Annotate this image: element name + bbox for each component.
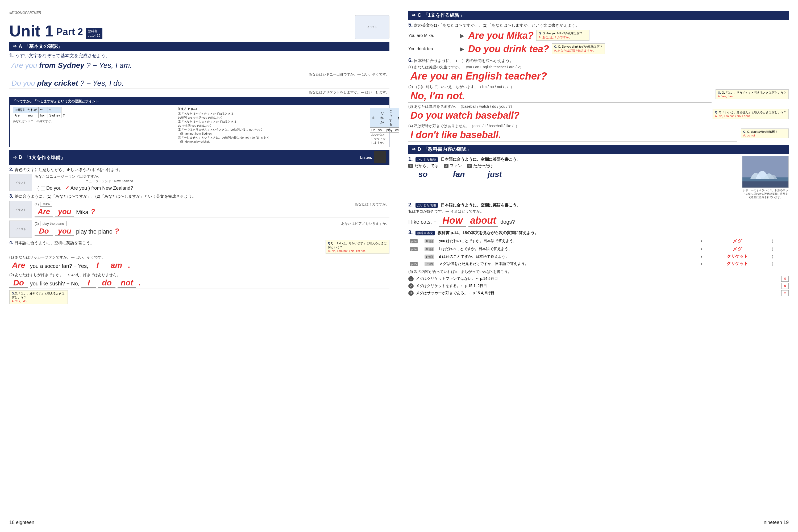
opera-house-caption: シドニーのオペラハウス。貝殻やヨットの帆を思わせる近代建築物。世界文化遺産に登録… (742, 189, 789, 199)
q3-2-illus: イラスト (9, 221, 32, 238)
part-label: Part 2 (56, 25, 83, 39)
qr-code (374, 151, 386, 163)
check-item-2: 2 メグはクリケットをする。← p.15 1, 2行目 × (408, 283, 789, 289)
q3: 3. 絵に合うように、(1)「あなたは〜ですか」、(2)「あなたは〜しますか」と… (9, 193, 390, 238)
table-row: p.15 2行目 メグは何をただ見るだけですか。日本語で答えよう。 （ クリケッ… (408, 260, 789, 267)
unit-header: #EIGONOPARTNER Unit 1 Part 2 教科書 pp.14-1… (9, 11, 390, 39)
unit-title: Unit 1 (9, 23, 54, 39)
section-d-header: ⇒ D 「教科書内容の確認」 (408, 145, 789, 154)
page-number-left: 18 eighteen (9, 520, 34, 525)
grammar-box-title: 「〜ですか」「〜しますか」という文の語順とポイント (10, 98, 389, 105)
table-row: p.15 1行目 it は何のことですか。日本語で答えよう。 （ クリケット ） (408, 253, 789, 260)
section-c-header: ⇒ C 「1文を作る練習」 (408, 11, 789, 20)
q5: 5. 次の英文を(1)「あなたは〜ですか」、(2)「あなたは〜しますか」という文… (408, 22, 789, 55)
section-a-title: 「基本文の確認」 (24, 43, 62, 50)
eigen-tag: #EIGONOPARTNER (9, 11, 390, 15)
right-page: ⇒ C 「1文を作る練習」 5. 次の英文を(1)「あなたは〜ですか」、(2)「… (399, 0, 798, 532)
opera-house-image (742, 156, 789, 188)
d-q2: 2. だいじな表現 日本語に合うように、空欄に英語を書こう。 私はネコが好きです… (408, 202, 789, 227)
left-page: #EIGONOPARTNER Unit 1 Part 2 教科書 pp.14-1… (0, 0, 399, 532)
writing-line-2: Do you play cricket ? − Yes, I do. (9, 78, 390, 89)
line1-note: あなたはシドニー出身ですか。— はい、そうです。 (9, 72, 390, 77)
q2: 2. 青色の文字に注意しながら、正しいほうの□に√をつけよう。 イラスト あなた… (9, 167, 390, 191)
d-q1: 1. だいじな単語 日本語に合うように、空欄に英語を書こう。 ① だから、では … (408, 156, 789, 199)
table-row: p.14 1行目 you はだれのことですか。日本語で答えよう。 （ メグ ） (408, 237, 789, 245)
table-row: p.14 4行目 I はだれのことですか。日本語で答えよう。 （ メグ ） (408, 245, 789, 253)
q3-1-illus: イラスト (9, 201, 32, 218)
textbook-ref: 教科書 pp.14-15 (86, 28, 102, 39)
section-b-title: 「1文を作る準備」 (24, 154, 65, 161)
check-item-1: 1 メグはクリケットファンではない。← p.14 5行目 × (408, 276, 789, 282)
check-item-3: 3 メグはサッカーが好きである。← p.15 4, 5行目 ○ (408, 290, 789, 296)
svg-rect-2 (742, 182, 789, 188)
section-b-label: B (19, 155, 22, 160)
listen-label: Listen. (360, 155, 372, 159)
q1-instruction: うすい文字をなぞって基本文を完成させよう。 (15, 53, 110, 58)
q4: 4. 日本語に合うように、空欄に英語を書こう。 Q.Q.「いいえ、ちがいます」と… (9, 240, 390, 304)
writing-line-1: Are you from Sydney ? − Yes, I am. (9, 60, 390, 71)
unit-illustration: イラスト (355, 15, 390, 39)
q6: 6. 日本語に合うように、（ ）内の語句を並べかえよう。 (1) あなたは英語の… (408, 57, 789, 141)
section-a-header: ⇒ A 「基本文の確認」 (9, 42, 390, 51)
grammar-box: 「〜ですか」「〜しますか」という文の語順とポイント be動詞 だれが 〜 ? A… (9, 97, 390, 147)
section-b-header: ⇒ B 「1文を作る準備」 Listen. (9, 150, 390, 165)
d-q3: 3. 教科書本文 教科書 p.14、15の本文を見ながら次の質問に答えよう。 p… (408, 229, 789, 296)
q2-illustration: イラスト (9, 174, 32, 191)
page-number-right: nineteen 19 (764, 520, 789, 525)
line2-note: あなたはクリケットをしますか。— はい、します。 (9, 90, 390, 95)
q1-number: 1. うすい文字をなぞって基本文を完成させよう。 (9, 52, 390, 59)
section-a-label: A (19, 44, 22, 49)
